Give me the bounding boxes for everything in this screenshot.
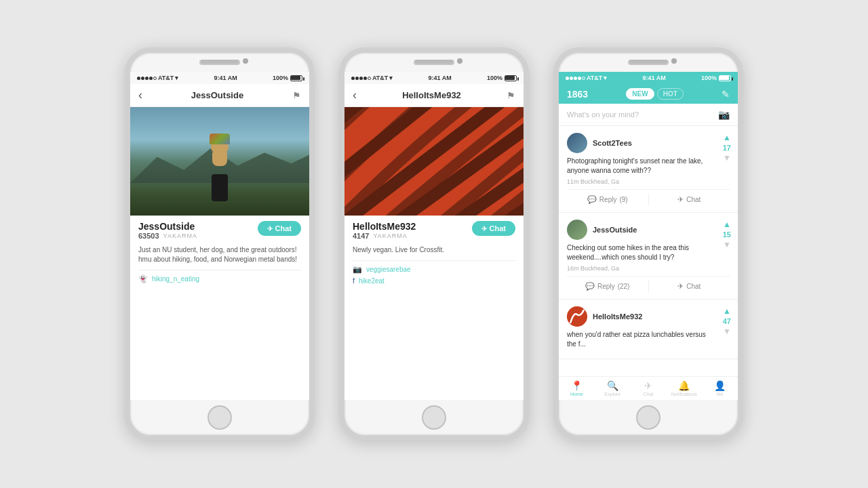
phone-2: AT&T ▾ 9:41 AM 100% ‹ HelloItsMe932 ⚑ (339, 47, 529, 441)
snap-handle[interactable]: hiking_n_eating (152, 275, 199, 283)
profile-name-2: HelloItsMe932 (353, 221, 416, 232)
vote-up-0[interactable]: ▲ (723, 133, 731, 142)
chat-action-1[interactable]: ✈ Chat (649, 281, 730, 292)
vote-down-1[interactable]: ▼ (723, 240, 731, 249)
compose-icon[interactable]: ✎ (722, 89, 730, 100)
status-bar-3: AT&T ▾ 9:41 AM 100% (559, 72, 738, 84)
karma-row-1: 63503 YAKARMA (138, 232, 197, 240)
status-left-2: AT&T ▾ (351, 75, 393, 81)
post-username-2[interactable]: HelloItsMe932 (593, 312, 642, 321)
time-3: 9:41 AM (643, 75, 666, 81)
tab-new[interactable]: NEW (626, 88, 654, 100)
profile-info-2: HelloItsMe932 4147 YAKARMA ✈ Chat Newly … (344, 216, 524, 400)
phone-speaker-3 (629, 60, 667, 64)
dot5 (582, 77, 585, 80)
post-username-1[interactable]: JessOutside (593, 226, 637, 234)
phone-3: AT&T ▾ 9:41 AM 100% 1863 NEW HOT ✎ (553, 47, 743, 441)
home-button-3[interactable] (636, 405, 660, 430)
chat-action-icon-1: ✈ (677, 282, 684, 291)
chat-action-0[interactable]: ✈ Chat (649, 194, 730, 205)
vote-count-2: 47 (723, 317, 731, 325)
snapchat-icon: 👻 (138, 274, 148, 283)
vote-count-1: 15 (723, 230, 731, 239)
battery-icon-3 (719, 75, 731, 81)
avatar-scott2tees (567, 133, 587, 153)
tab-chat[interactable]: ✈ Chat (631, 379, 667, 398)
figure (206, 138, 233, 185)
chat-button-1[interactable]: ✈ Chat (258, 221, 301, 236)
notif-tab-label: Notifications (671, 392, 697, 396)
feed-post-0: ▲ 17 ▼ Scott2Tees Photographing tonight'… (559, 126, 738, 213)
profile-name-col-1: JessOutside 63503 YAKARMA (138, 221, 197, 244)
post-text-2: when you'd rather eat pizza lunchables v… (567, 330, 730, 349)
reply-action-0[interactable]: 💬 Reply (9) (567, 194, 649, 205)
svg-point-11 (567, 306, 587, 327)
dot2 (570, 77, 573, 80)
facebook-icon: f (353, 277, 355, 285)
karma-label-1: YAKARMA (163, 232, 197, 239)
insta-handle[interactable]: veggiesarebae (366, 266, 411, 273)
battery-icon-1 (290, 75, 302, 81)
fb-handle[interactable]: hike2eat (359, 277, 384, 285)
social-insta-row: 📷 veggiesarebae (353, 265, 515, 274)
camera-icon[interactable]: 📷 (718, 109, 730, 120)
home-tab-label: Home (570, 392, 583, 396)
tab-me[interactable]: 👤 Me (702, 379, 738, 398)
chat-action-label-0: Chat (686, 196, 701, 203)
profile-photo-2 (344, 107, 524, 216)
reply-action-1[interactable]: 💬 Reply (22) (567, 281, 649, 292)
flag-button-1[interactable]: ⚑ (292, 90, 301, 101)
dot4 (363, 77, 367, 80)
divider-2 (353, 260, 515, 261)
dot4 (578, 77, 581, 80)
tab-hot[interactable]: HOT (657, 88, 684, 100)
back-button-2[interactable]: ‹ (353, 88, 357, 102)
chat-label-1: Chat (275, 224, 292, 232)
back-button-1[interactable]: ‹ (138, 88, 142, 102)
dot3 (574, 77, 577, 80)
karma-num-1: 63503 (138, 232, 159, 240)
battery-pct-3: 100% (701, 75, 717, 81)
feed-scroll: ▲ 17 ▼ Scott2Tees Photographing tonight'… (559, 126, 738, 376)
compose-placeholder[interactable]: What's on your mind? (567, 110, 639, 119)
phone-2-screen: AT&T ▾ 9:41 AM 100% ‹ HelloItsMe932 ⚑ (344, 72, 524, 400)
reply-label-0: Reply (599, 196, 617, 203)
status-right-2: 100% (487, 75, 517, 81)
post-user-row-0: Scott2Tees (567, 133, 730, 153)
profile-bio-1: Just an NU student, her dog, and the gre… (138, 245, 301, 264)
dot2 (355, 77, 359, 80)
tab-explore[interactable]: 🔍 Explore (595, 379, 631, 398)
wifi-icon-3: ▾ (604, 75, 607, 81)
status-left-3: AT&T ▾ (566, 75, 607, 81)
vote-down-2[interactable]: ▼ (723, 327, 731, 336)
post-text-1: Checking out some hikes in the area this… (567, 243, 730, 262)
chat-label-2: Chat (490, 224, 506, 232)
vote-col-0: ▲ 17 ▼ (723, 133, 731, 163)
flag-button-2[interactable]: ⚑ (507, 90, 515, 101)
reply-label-1: Reply (597, 283, 615, 290)
vote-up-2[interactable]: ▲ (723, 306, 731, 316)
status-right-3: 100% (701, 75, 731, 81)
chat-action-icon-0: ✈ (677, 195, 684, 204)
carrier-3: AT&T (587, 75, 602, 81)
dot1 (137, 77, 140, 80)
tab-notifications[interactable]: 🔔 Notifications (666, 379, 702, 398)
compose-bar: What's on your mind? 📷 (559, 104, 738, 126)
instagram-icon: 📷 (353, 265, 362, 274)
hello-avatar-svg (567, 306, 587, 327)
feed-header: 1863 NEW HOT ✎ (559, 84, 738, 104)
stripe-svg (344, 107, 524, 216)
post-user-row-2: HelloItsMe932 (567, 306, 730, 327)
home-button-1[interactable] (208, 405, 232, 430)
tab-home[interactable]: 📍 Home (559, 379, 595, 398)
vote-up-1[interactable]: ▲ (723, 220, 731, 229)
profile-header-row-1: JessOutside 63503 YAKARMA ✈ Chat (138, 221, 301, 244)
vote-down-0[interactable]: ▼ (723, 153, 731, 163)
nav-bar-2: ‹ HelloItsMe932 ⚑ (344, 84, 524, 107)
home-button-2[interactable] (422, 405, 446, 430)
chat-button-2[interactable]: ✈ Chat (472, 221, 515, 236)
chat-action-label-1: Chat (686, 283, 701, 290)
karma-num-2: 4147 (353, 232, 369, 240)
reply-icon-0: 💬 (587, 195, 597, 204)
post-username-0[interactable]: Scott2Tees (593, 139, 632, 147)
